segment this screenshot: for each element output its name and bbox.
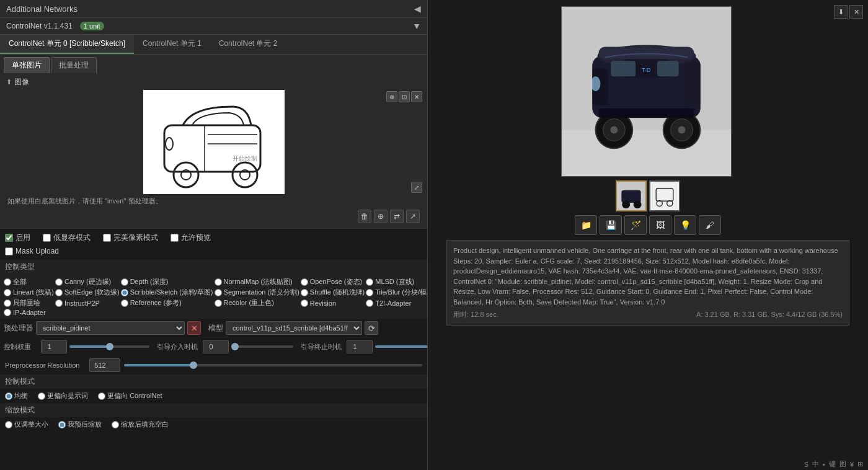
end-slider[interactable] <box>375 345 428 348</box>
preproc-resolution-slider[interactable] <box>124 364 422 366</box>
svg-point-26 <box>678 126 686 134</box>
start-input[interactable] <box>203 340 229 353</box>
enable-checkbox[interactable]: 启用 <box>5 233 30 243</box>
radio-depth[interactable]: Depth (深度) <box>121 277 213 286</box>
weight-label: 控制权重 <box>4 342 38 352</box>
tab-unit-1[interactable]: ControlNet 单元 1 <box>134 35 210 54</box>
radio-tile-blur[interactable]: Tile/Blur (分块/模糊) <box>366 288 428 297</box>
radio-openpose[interactable]: OpenPose (姿态) <box>301 277 365 286</box>
radio-all[interactable]: 全部 <box>4 277 54 286</box>
weight-sliders-row: 控制权重 引导介入时机 引导终止时机 <box>0 337 427 356</box>
mode-balanced[interactable]: 均衡 <box>5 391 28 401</box>
swap-btn[interactable]: ⇄ <box>390 210 404 223</box>
svg-text:开始绘制: 开始绘制 <box>232 155 257 162</box>
radio-mlsd[interactable]: MLSD (直线) <box>366 277 428 286</box>
thumbnail-main[interactable] <box>616 180 647 211</box>
preprocessor-label: 预处理器 <box>4 323 33 334</box>
trash-btn[interactable]: 🗑 <box>358 210 371 223</box>
allow-preview-checkbox[interactable]: 允许预览 <box>170 233 211 243</box>
memory-info: A: 3.21 GB, R: 3.31 GB, Sys: 4.4/12 GB (… <box>696 309 843 320</box>
resize-crop[interactable]: 我预后缩放 <box>58 420 102 429</box>
preprocessor-row: 预处理器 scribble_pidinet ✕ 模型 control_v11p_… <box>0 319 427 337</box>
controlnet-collapse[interactable]: ▼ <box>412 21 421 31</box>
image-upload-icon[interactable]: ⬆ <box>6 78 12 86</box>
additional-networks-collapse[interactable]: ◀ <box>414 4 421 14</box>
preproc-resolution-row: Preprocessor Resolution <box>0 356 427 375</box>
bottom-img: 图 <box>839 459 846 469</box>
start-slider[interactable] <box>231 345 293 348</box>
reset-btn[interactable]: ⊡ <box>399 91 410 102</box>
resize-only[interactable]: 仅调整大小 <box>5 420 48 429</box>
resize-fill[interactable]: 缩放后填充空白 <box>112 420 169 429</box>
wand-icon[interactable]: 🪄 <box>624 215 647 235</box>
control-mode-row: 均衡 更偏向提示词 更偏向 ControlNet <box>0 389 427 403</box>
radio-instructp2p[interactable]: InstructP2P <box>55 298 120 308</box>
control-mode-section-label: 控制模式 <box>0 375 427 389</box>
copy-btn[interactable]: ⊕ <box>374 210 388 223</box>
mask-upload-checkbox[interactable]: Mask Upload <box>5 247 59 255</box>
image-label: 图像 <box>14 77 29 87</box>
mode-prompt[interactable]: 更偏向提示词 <box>38 391 88 401</box>
radio-scribble[interactable]: Scribble/Sketch (涂鸦/草图) <box>121 288 213 297</box>
right-top-controls: ⬇ ✕ <box>834 5 863 19</box>
model-select[interactable]: control_v11p_sd15_scribble [d4ba51ff] <box>226 321 362 335</box>
inner-tab-batch[interactable]: 批量处理 <box>51 57 97 73</box>
end-input[interactable] <box>347 340 373 353</box>
expand-btn[interactable]: ⤢ <box>411 182 422 193</box>
low-vram-checkbox[interactable]: 低显存模式 <box>43 233 91 243</box>
main-image-wrapper: T·D <box>561 6 735 177</box>
bulb-icon[interactable]: 💡 <box>674 215 696 235</box>
unit-badge: 1 unit <box>80 22 104 30</box>
preprocessor-clear-btn[interactable]: ✕ <box>187 321 201 335</box>
radio-normalmap[interactable]: NormalMap (法线贴图) <box>215 277 299 286</box>
generated-image[interactable]: T·D <box>561 6 732 177</box>
svg-rect-27 <box>599 109 694 118</box>
radio-shuffle[interactable]: Shuffle (随机洗牌) <box>301 288 365 297</box>
action-row: 🗑 ⊕ ⇄ ↗ <box>4 208 423 224</box>
radio-t2i-adapter[interactable]: T2I-Adapter <box>366 298 428 308</box>
svg-rect-18 <box>685 62 701 105</box>
thumbnail-secondary[interactable] <box>649 180 680 211</box>
radio-canny[interactable]: Canny (硬边缘) <box>55 277 120 286</box>
radio-softedge[interactable]: SoftEdge (软边缘) <box>55 288 120 297</box>
sketch-image-container[interactable]: 开始绘制 ⊕ ⊡ ✕ ⤢ <box>143 90 285 194</box>
radio-revision[interactable]: Revision <box>301 298 365 308</box>
inner-tab-single[interactable]: 单张图片 <box>4 57 50 73</box>
close-right-btn[interactable]: ✕ <box>849 5 863 19</box>
brush-icon[interactable]: 🖌 <box>699 215 721 235</box>
tab-unit-2[interactable]: ControlNet 单元 2 <box>210 35 286 54</box>
weight-input[interactable] <box>41 340 67 353</box>
preprocessor-select[interactable]: scribble_pidinet <box>36 321 185 335</box>
svg-point-8 <box>166 138 173 150</box>
send-btn[interactable]: ↗ <box>406 210 420 223</box>
right-panel: ⬇ ✕ T·D <box>428 0 868 470</box>
inner-tab-row: 单张图片 批量处理 <box>0 55 427 73</box>
image-icon[interactable]: 🖼 <box>649 215 671 235</box>
bottom-yen: ¥ <box>850 461 854 468</box>
radio-segmentation[interactable]: Segmentation (语义分割) <box>215 288 299 297</box>
download-btn[interactable]: ⬇ <box>834 5 848 19</box>
svg-rect-33 <box>650 182 679 210</box>
close-btn[interactable]: ✕ <box>411 91 422 102</box>
zoom-btn[interactable]: ⊕ <box>386 91 397 102</box>
image-section: ⬆ 图像 <box>0 73 427 229</box>
preproc-resolution-input[interactable] <box>89 358 120 372</box>
radio-inpaint[interactable]: 局部重绘 <box>4 298 54 308</box>
radio-lineart[interactable]: Lineart (线稿) <box>4 288 54 297</box>
radio-recolor[interactable]: Recolor (重上色) <box>215 298 299 308</box>
left-panel: Additional Networks ◀ ControlNet v1.1.43… <box>0 0 428 470</box>
svg-point-3 <box>232 162 257 187</box>
radio-ip-adapter[interactable]: IP-Adapter <box>4 309 54 316</box>
folder-icon[interactable]: 📁 <box>575 215 597 235</box>
perfect-pixel-checkbox[interactable]: 完美像素模式 <box>103 233 158 243</box>
svg-rect-20 <box>657 61 679 76</box>
model-refresh-btn[interactable]: ⟳ <box>365 321 378 335</box>
save-icon[interactable]: 💾 <box>600 215 622 235</box>
radio-reference[interactable]: Reference (参考) <box>121 298 213 308</box>
bottom-zh: 中 <box>812 459 819 469</box>
tab-unit-0[interactable]: ControlNet 单元 0 [Scribble/Sketch] <box>0 35 134 54</box>
weight-slider[interactable] <box>69 345 149 348</box>
image-label-row: ⬆ 图像 <box>4 77 423 87</box>
mode-controlnet[interactable]: 更偏向 ControlNet <box>98 391 162 401</box>
svg-point-32 <box>634 200 642 208</box>
